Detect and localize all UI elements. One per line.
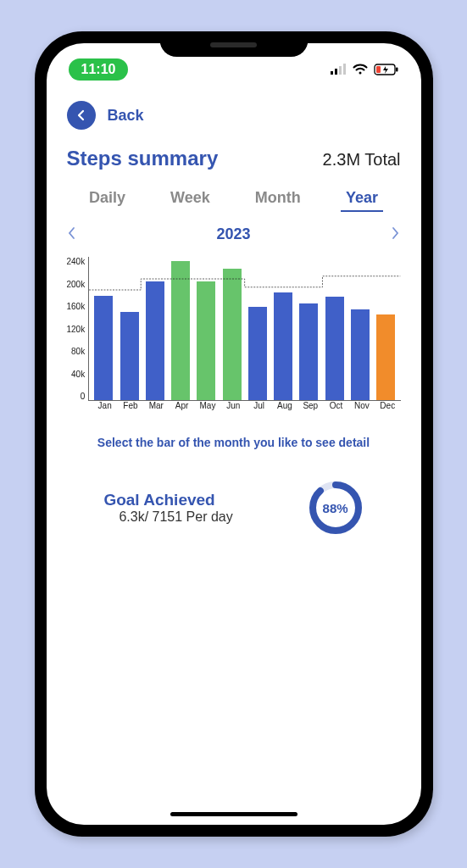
tab-year[interactable]: Year xyxy=(341,186,383,212)
svg-rect-1 xyxy=(335,69,337,75)
phone-frame: 11:10 xyxy=(35,31,433,837)
chart-x-tick: Nov xyxy=(353,401,371,410)
chart-x-tick: Apr xyxy=(173,401,192,410)
chart-bar-jul[interactable] xyxy=(248,307,267,401)
chart-bar-mar[interactable] xyxy=(146,281,164,400)
goal-percent-label: 88% xyxy=(308,480,364,536)
goal-title: Goal Achieved xyxy=(103,491,232,509)
chart-hint: Select the bar of the month you like to … xyxy=(47,415,421,475)
chart: 240k200k160k120k80k40k0 JanFebMarAprMayJ… xyxy=(47,257,421,415)
chart-y-tick: 200k xyxy=(67,280,86,289)
tab-week[interactable]: Week xyxy=(165,186,215,212)
battery-charging-icon xyxy=(374,64,399,75)
page-title: Steps summary xyxy=(67,147,219,170)
total-value: 2.3M Total xyxy=(323,150,401,170)
chart-bar-oct[interactable] xyxy=(325,297,344,400)
chart-bar-jan[interactable] xyxy=(94,296,113,400)
chart-bar-feb[interactable] xyxy=(120,312,139,400)
chart-x-axis: JanFebMarAprMayJunJulAugSepOctNovDec xyxy=(67,401,401,410)
chart-bar-may[interactable] xyxy=(197,281,215,400)
chart-y-tick: 160k xyxy=(67,302,86,311)
chart-x-tick: Jun xyxy=(224,401,242,410)
cellular-icon xyxy=(330,64,347,75)
goal-progress-ring: 88% xyxy=(308,480,364,536)
svg-rect-5 xyxy=(396,68,398,72)
wifi-icon xyxy=(352,64,369,75)
chart-x-tick: May xyxy=(198,401,217,410)
chart-plot xyxy=(88,257,400,401)
tabs: Daily Week Month Year xyxy=(47,186,421,225)
chart-bar-jun[interactable] xyxy=(223,269,242,400)
home-indicator xyxy=(170,812,297,816)
back-label: Back xyxy=(108,107,144,125)
svg-rect-2 xyxy=(339,66,342,75)
back-row: Back xyxy=(47,84,421,138)
chart-y-tick: 0 xyxy=(81,392,86,401)
goal-text: Goal Achieved 6.3k/ 7151 Per day xyxy=(103,491,232,525)
goal-row: Goal Achieved 6.3k/ 7151 Per day 88% xyxy=(47,475,421,541)
screen: 11:10 xyxy=(47,43,421,825)
chart-x-tick: Sep xyxy=(301,401,320,410)
chart-bar-dec[interactable] xyxy=(376,314,395,400)
svg-rect-0 xyxy=(331,71,333,75)
next-period-button[interactable] xyxy=(390,226,400,243)
chart-y-axis: 240k200k160k120k80k40k0 xyxy=(67,257,89,401)
chart-y-tick: 240k xyxy=(67,257,86,266)
svg-rect-3 xyxy=(343,64,346,75)
chart-y-tick: 80k xyxy=(71,347,85,356)
chart-bar-sep[interactable] xyxy=(299,303,318,400)
chart-x-tick: Dec xyxy=(378,401,397,410)
period-nav: 2023 xyxy=(47,225,421,257)
chevron-right-icon xyxy=(390,226,400,240)
goal-subtitle: 6.3k/ 7151 Per day xyxy=(103,509,232,525)
status-icons xyxy=(330,64,399,75)
tab-daily[interactable]: Daily xyxy=(84,186,131,212)
chart-x-tick: Mar xyxy=(147,401,165,410)
chart-bar-nov[interactable] xyxy=(351,309,370,400)
chart-x-tick: Jul xyxy=(250,401,269,410)
period-label: 2023 xyxy=(216,225,250,243)
chart-bar-apr[interactable] xyxy=(171,261,190,400)
chevron-left-icon xyxy=(75,109,87,121)
chart-x-tick: Aug xyxy=(275,401,294,410)
chart-x-tick: Feb xyxy=(121,401,140,410)
phone-notch xyxy=(159,31,308,57)
status-time: 11:10 xyxy=(69,58,129,81)
chart-x-tick: Jan xyxy=(96,401,114,410)
svg-rect-6 xyxy=(376,66,381,73)
chart-bar-aug[interactable] xyxy=(274,292,292,400)
back-button[interactable] xyxy=(67,101,96,130)
prev-period-button[interactable] xyxy=(67,226,77,243)
chart-x-tick: Oct xyxy=(327,401,346,410)
tab-month[interactable]: Month xyxy=(250,186,306,212)
chart-y-tick: 40k xyxy=(71,370,85,379)
chart-y-tick: 120k xyxy=(67,325,86,334)
title-row: Steps summary 2.3M Total xyxy=(47,138,421,186)
chevron-left-icon xyxy=(67,226,77,240)
